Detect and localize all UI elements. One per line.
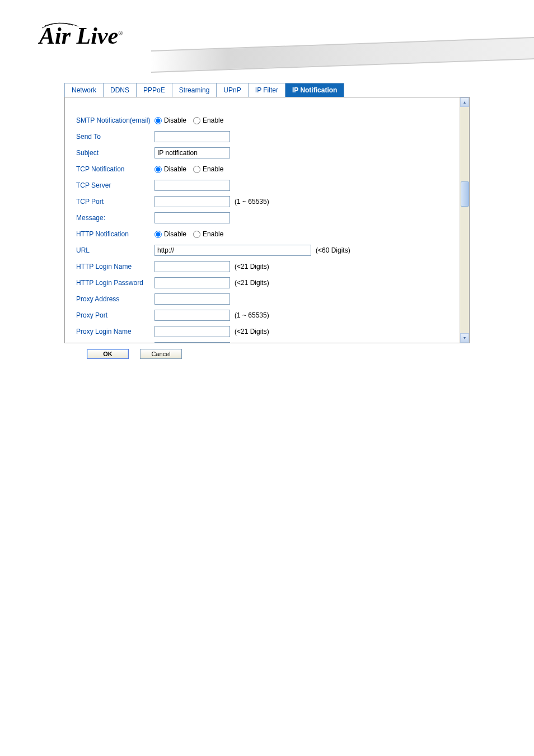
ok-button[interactable]: OK [87,349,129,359]
http-login-password-input[interactable] [154,277,230,288]
tab-ip-notification[interactable]: IP Notification [285,83,344,97]
tcp-notification-label: TCP Notification [76,165,154,173]
vertical-scrollbar[interactable]: ▴ ▾ [460,97,469,343]
tcp-enable-label: Enable [203,165,223,173]
http-login-name-input[interactable] [154,261,230,272]
chevron-up-icon: ▴ [463,100,466,105]
button-row: OK Cancel [87,349,534,359]
proxy-login-name-input[interactable] [154,326,230,337]
http-login-password-label: HTTP Login Password [76,279,154,287]
subject-input[interactable] [154,147,230,158]
tcp-disable-label: Disable [164,165,186,173]
tcp-disable-radio[interactable] [154,166,162,173]
smtp-disable-label: Disable [164,116,186,124]
http-enable-label: Enable [203,230,223,238]
smtp-notification-label: SMTP Notification(email) [76,116,154,124]
http-login-name-label: HTTP Login Name [76,263,154,270]
brand-logo: Air Live® [39,22,123,49]
smtp-disable-radio[interactable] [154,117,162,124]
tab-upnp[interactable]: UPnP [216,83,248,97]
scroll-up-button[interactable]: ▴ [460,97,469,107]
subject-label: Subject [76,149,154,157]
proxy-address-input[interactable] [154,293,230,305]
proxy-port-input[interactable] [154,310,230,321]
http-login-password-hint: (<21 Digits) [235,279,269,287]
tab-ddns[interactable]: DDNS [103,83,137,97]
url-label: URL [76,246,154,254]
tcp-port-hint: (1 ~ 65535) [235,198,269,206]
send-to-label: Send To [76,133,154,141]
http-disable-radio[interactable] [154,231,162,238]
send-to-input[interactable] [154,131,230,142]
tab-pppoe[interactable]: PPPoE [136,83,172,97]
proxy-port-label: Proxy Port [76,311,154,319]
smtp-enable-radio[interactable] [193,117,200,124]
url-input[interactable] [154,245,311,256]
scroll-thumb[interactable] [461,181,469,207]
smtp-enable-label: Enable [203,116,223,124]
http-login-name-hint: (<21 Digits) [235,263,269,270]
tcp-port-label: TCP Port [76,198,154,206]
message-label: Message: [76,214,154,222]
proxy-login-name-label: Proxy Login Name [76,328,154,335]
chevron-down-icon: ▾ [463,335,466,340]
http-disable-label: Disable [164,230,186,238]
logo-arc-icon [39,18,81,29]
tcp-server-input[interactable] [154,180,230,191]
proxy-port-hint: (1 ~ 65535) [235,311,269,319]
tab-bar: Network DDNS PPPoE Streaming UPnP IP Fil… [64,83,534,97]
tab-ip-filter[interactable]: IP Filter [248,83,285,97]
tab-network[interactable]: Network [64,83,104,97]
url-hint: (<60 Digits) [316,246,350,254]
tcp-port-input[interactable] [154,196,230,207]
tcp-server-label: TCP Server [76,181,154,189]
content-frame: SMTP Notification(email) Disable Enable … [64,97,470,343]
tcp-enable-radio[interactable] [193,166,200,173]
scroll-down-button[interactable]: ▾ [460,333,469,343]
message-input[interactable] [154,212,230,223]
proxy-login-name-hint: (<21 Digits) [235,328,269,335]
http-notification-label: HTTP Notification [76,230,154,238]
proxy-address-label: Proxy Address [76,295,154,303]
trademark-symbol: ® [118,30,123,36]
proxy-login-password-input[interactable] [154,342,230,343]
cancel-button[interactable]: Cancel [140,349,182,359]
http-enable-radio[interactable] [193,231,200,238]
tab-streaming[interactable]: Streaming [172,83,217,97]
